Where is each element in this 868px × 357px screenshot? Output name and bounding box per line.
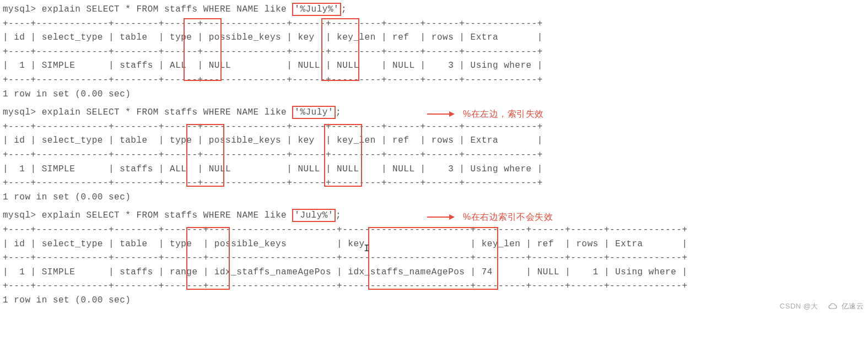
table-sep: +----+-------------+--------+-------+---… (3, 223, 865, 237)
prompt: mysql> (3, 210, 42, 220)
table-sep: +----+-------------+--------+------+----… (3, 73, 865, 88)
watermark-csdn: CSDN @大 (780, 301, 818, 312)
table-sep: +----+-------------+--------+-------+---… (3, 251, 865, 266)
text-cursor-icon: I (364, 241, 370, 257)
table-sep: +----+-------------+--------+------+----… (3, 120, 865, 134)
table-sep: +----+-------------+--------+------+----… (3, 17, 865, 31)
query-suffix: ; (336, 210, 341, 220)
table-header: | id | select_type | table | type | poss… (3, 31, 865, 45)
table-sep: +----+-------------+--------+------+----… (3, 176, 865, 191)
query-prefix: explain SELECT * FROM staffs WHERE NAME … (42, 210, 293, 220)
query-block-2: mysql> explain SELECT * FROM staffs WHER… (3, 106, 865, 204)
query-prefix: explain SELECT * FROM staffs WHERE NAME … (42, 107, 293, 117)
table-sep: +----+-------------+--------+------+----… (3, 148, 865, 163)
table-data-row: | 1 | SIMPLE | staffs | ALL | NULL | NUL… (3, 59, 865, 73)
query-block-1: mysql> explain SELECT * FROM staffs WHER… (3, 3, 865, 101)
result-footer: 1 row in set (0.00 sec) (3, 294, 865, 308)
prompt: mysql> (3, 107, 42, 117)
table-data-row: | 1 | SIMPLE | staffs | ALL | NULL | NUL… (3, 163, 865, 177)
arrow-right-icon (427, 213, 455, 221)
table-data-row: | 1 | SIMPLE | staffs | range | idx_staf… (3, 266, 865, 280)
query-suffix: ; (336, 107, 341, 117)
result-footer: 1 row in set (0.00 sec) (3, 88, 865, 102)
cloud-icon (828, 302, 839, 310)
query-prefix: explain SELECT * FROM staffs WHERE NAME … (42, 4, 293, 14)
prompt: mysql> (3, 4, 42, 14)
query-suffix: ; (341, 4, 347, 14)
watermark-yisu: 亿速云 (828, 301, 864, 312)
annotation-right-percent: %在右边索引不会失效 (463, 210, 553, 224)
like-pattern-highlighted: '%July' (292, 106, 336, 119)
arrow-right-icon (427, 110, 455, 118)
table-sep: +----+-------------+--------+------+----… (3, 45, 865, 60)
like-pattern-highlighted: '%July%' (292, 3, 341, 16)
table-header: | id | select_type | table | type | poss… (3, 237, 865, 252)
query2-command: mysql> explain SELECT * FROM staffs WHER… (3, 106, 865, 120)
svg-marker-3 (449, 214, 455, 220)
table-sep: +----+-------------+--------+-------+---… (3, 279, 865, 294)
like-pattern-highlighted: 'July%' (292, 209, 336, 222)
result-footer: 1 row in set (0.00 sec) (3, 191, 865, 205)
query-block-3: mysql> explain SELECT * FROM staffs WHER… (3, 209, 865, 307)
annotation-left-percent: %在左边，索引失效 (463, 107, 544, 121)
svg-marker-1 (449, 111, 455, 117)
table-header: | id | select_type | table | type | poss… (3, 134, 865, 148)
query1-command: mysql> explain SELECT * FROM staffs WHER… (3, 3, 865, 17)
query3-command: mysql> explain SELECT * FROM staffs WHER… (3, 209, 865, 223)
